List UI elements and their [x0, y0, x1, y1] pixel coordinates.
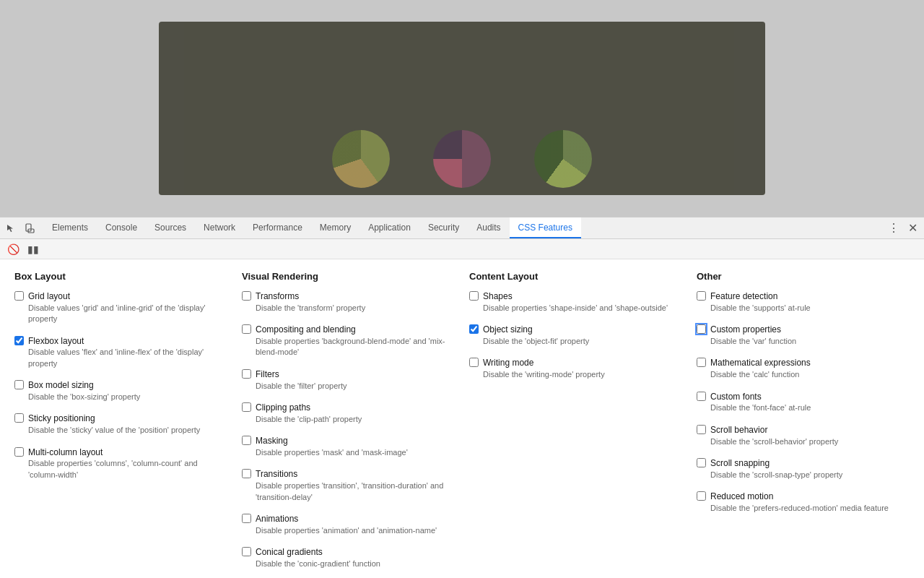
column-other: Other Feature detection Disable the 'sup… [697, 271, 910, 566]
feature-flexbox-layout: Flexbox layout Disable values 'flex' and… [14, 335, 227, 370]
multi-column-layout-checkbox[interactable] [14, 447, 24, 457]
box-model-sizing-name: Box model sizing [28, 379, 140, 392]
column-content-layout: Content Layout Shapes Disable properties… [469, 271, 697, 566]
scroll-behavior-checkbox[interactable] [697, 425, 706, 434]
tab-application[interactable]: Application [359, 217, 419, 238]
conical-gradients-desc: Disable the 'conic-gradient' function [256, 558, 380, 569]
masking-name: Masking [256, 435, 408, 447]
feature-detection-desc: Disable the 'supports' at-rule [710, 303, 811, 314]
multi-column-layout-name: Multi-column layout [28, 447, 227, 459]
grid-layout-checkbox[interactable] [14, 291, 24, 301]
feature-transforms: Transforms Disable the 'transform' prope… [242, 290, 455, 314]
tab-memory[interactable]: Memory [311, 217, 359, 238]
feature-grid-layout: Grid layout Disable values 'grid' and 'i… [14, 290, 227, 325]
sticky-positioning-desc: Disable the 'sticky' value of the 'posit… [28, 425, 200, 436]
custom-fonts-name: Custom fonts [710, 391, 811, 403]
box-model-sizing-checkbox[interactable] [14, 380, 24, 389]
custom-properties-desc: Disable the 'var' function [710, 336, 796, 347]
sticky-positioning-name: Sticky positioning [28, 413, 200, 425]
masking-checkbox[interactable] [242, 436, 251, 445]
feature-detection-name: Feature detection [710, 290, 811, 303]
no-entry-icon[interactable]: 🚫 [6, 242, 20, 256]
grid-layout-name: Grid layout [28, 290, 227, 303]
scroll-snapping-name: Scroll snapping [710, 457, 842, 470]
compositing-blending-name: Compositing and blending [256, 324, 455, 336]
content-area: Box Layout Grid layout Disable values 'g… [0, 259, 924, 578]
transitions-checkbox[interactable] [242, 469, 251, 478]
pie-chart-3 [534, 130, 592, 188]
feature-detection-checkbox[interactable] [697, 291, 706, 301]
tab-network[interactable]: Network [195, 217, 244, 238]
custom-fonts-checkbox[interactable] [697, 392, 706, 401]
feature-transitions: Transitions Disable properties 'transiti… [242, 468, 455, 503]
filters-checkbox[interactable] [242, 369, 251, 379]
masking-desc: Disable properties 'mask' and 'mask-imag… [256, 447, 408, 458]
conical-gradients-checkbox[interactable] [242, 547, 251, 556]
transforms-desc: Disable the 'transform' property [256, 303, 365, 314]
pause-icon[interactable]: ▮▮ [26, 242, 40, 256]
object-sizing-desc: Disable the 'object-fit' property [483, 336, 589, 347]
tab-elements[interactable]: Elements [43, 217, 97, 238]
scroll-snapping-desc: Disable the 'scroll-snap-type' property [710, 470, 842, 480]
custom-properties-checkbox[interactable] [697, 324, 706, 334]
clipping-paths-checkbox[interactable] [242, 402, 251, 412]
scroll-behavior-name: Scroll behavior [710, 424, 838, 436]
compositing-blending-checkbox[interactable] [242, 324, 251, 334]
visual-rendering-title: Visual Rendering [242, 271, 455, 282]
feature-animations: Animations Disable properties 'animation… [242, 513, 455, 536]
pie-charts-area [332, 130, 592, 188]
feature-custom-fonts: Custom fonts Disable the 'font-face' at-… [697, 391, 910, 414]
tab-audits[interactable]: Audits [468, 217, 509, 238]
compositing-blending-desc: Disable properties 'background-blend-mod… [256, 336, 455, 358]
shapes-checkbox[interactable] [469, 291, 479, 301]
mathematical-expressions-checkbox[interactable] [697, 358, 706, 367]
reduced-motion-name: Reduced motion [710, 491, 889, 503]
close-devtools-icon[interactable]: ✕ [904, 220, 921, 237]
more-tabs-icon[interactable]: ⋮ [885, 220, 902, 237]
multi-column-layout-desc: Disable properties 'columns', 'column-co… [28, 458, 227, 480]
flexbox-layout-checkbox[interactable] [14, 336, 24, 345]
custom-fonts-desc: Disable the 'font-face' at-rule [710, 402, 811, 413]
device-icon[interactable] [22, 220, 38, 236]
scroll-snapping-checkbox[interactable] [697, 458, 706, 467]
reduced-motion-checkbox[interactable] [697, 491, 706, 501]
feature-filters: Filters Disable the 'filter' property [242, 368, 455, 392]
tabs-icons [3, 220, 38, 236]
feature-sticky-positioning: Sticky positioning Disable the 'sticky' … [14, 413, 227, 436]
devtools-panel: Elements Console Sources Network Perform… [0, 217, 924, 578]
column-box-layout: Box Layout Grid layout Disable values 'g… [14, 271, 242, 566]
writing-mode-checkbox[interactable] [469, 358, 479, 367]
browser-window-mock [159, 22, 765, 195]
browser-preview [0, 0, 924, 217]
feature-mathematical-expressions: Mathematical expressions Disable the 'ca… [697, 357, 910, 380]
tab-console[interactable]: Console [97, 217, 146, 238]
content-layout-title: Content Layout [469, 271, 682, 282]
mathematical-expressions-desc: Disable the 'calc' function [710, 369, 811, 380]
mathematical-expressions-name: Mathematical expressions [710, 357, 811, 369]
filters-name: Filters [256, 368, 346, 381]
flexbox-layout-name: Flexbox layout [28, 335, 227, 348]
sticky-positioning-checkbox[interactable] [14, 413, 24, 423]
pie-chart-1 [332, 130, 390, 188]
pie-chart-2 [433, 130, 491, 188]
object-sizing-checkbox[interactable] [469, 324, 479, 334]
transitions-desc: Disable properties 'transition', 'transi… [256, 480, 455, 503]
clipping-paths-name: Clipping paths [256, 402, 362, 414]
cursor-icon[interactable] [3, 220, 19, 236]
column-visual-rendering: Visual Rendering Transforms Disable the … [242, 271, 469, 566]
animations-name: Animations [256, 513, 437, 525]
feature-writing-mode: Writing mode Disable the 'writing-mode' … [469, 357, 682, 380]
transforms-checkbox[interactable] [242, 291, 251, 301]
tab-performance[interactable]: Performance [244, 217, 311, 238]
animations-checkbox[interactable] [242, 514, 251, 523]
transitions-name: Transitions [256, 468, 455, 480]
tab-css-features[interactable]: CSS Features [510, 217, 581, 238]
tab-sources[interactable]: Sources [146, 217, 195, 238]
tabs-right: ⋮ ✕ [885, 220, 921, 237]
conical-gradients-name: Conical gradients [256, 546, 380, 558]
box-model-sizing-desc: Disable the 'box-sizing' property [28, 392, 140, 402]
flexbox-layout-desc: Disable values 'flex' and 'inline-flex' … [28, 347, 227, 369]
feature-custom-properties: Custom properties Disable the 'var' func… [697, 324, 910, 347]
tab-security[interactable]: Security [419, 217, 468, 238]
tabs-bar: Elements Console Sources Network Perform… [0, 217, 924, 239]
